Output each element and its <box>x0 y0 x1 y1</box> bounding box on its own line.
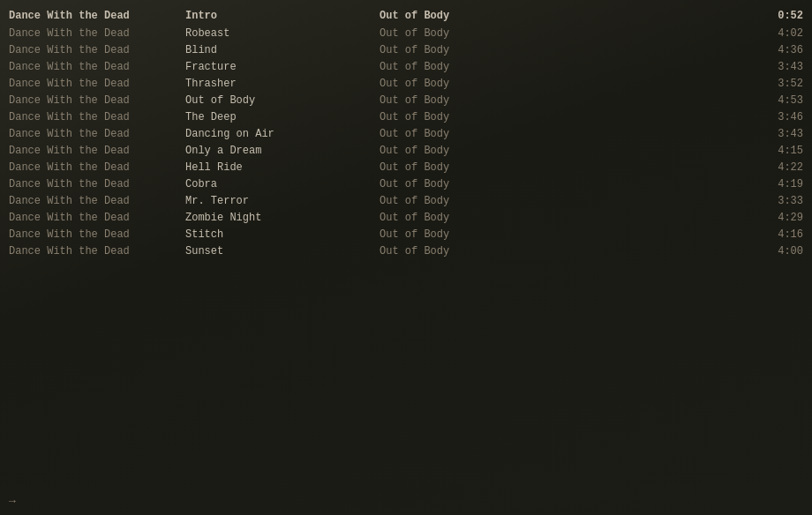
track-title: The Deep <box>185 111 380 123</box>
table-row[interactable]: Dance With the DeadHell RideOut of Body4… <box>0 159 812 175</box>
track-artist: Dance With the Dead <box>9 161 185 174</box>
track-duration: 4:16 <box>574 228 803 241</box>
track-album: Out of Body <box>380 128 574 140</box>
track-title: Out of Body <box>185 94 380 107</box>
track-artist: Dance With the Dead <box>9 27 185 40</box>
track-album: Out of Body <box>380 195 574 207</box>
track-artist: Dance With the Dead <box>9 228 185 241</box>
track-album: Out of Body <box>380 44 574 56</box>
track-duration: 4:19 <box>574 178 803 190</box>
track-duration: 4:22 <box>574 161 803 174</box>
track-list-header: Dance With the Dead Intro Out of Body 0:… <box>0 7 812 24</box>
track-duration: 4:15 <box>574 145 803 157</box>
table-row[interactable]: Dance With the DeadThrasherOut of Body3:… <box>0 75 812 92</box>
track-album: Out of Body <box>380 161 574 174</box>
track-artist: Dance With the Dead <box>9 145 185 157</box>
track-duration: 3:43 <box>574 61 803 73</box>
track-duration: 4:00 <box>574 245 803 258</box>
track-duration: 3:43 <box>574 128 803 140</box>
track-album: Out of Body <box>380 245 574 258</box>
header-duration: 0:52 <box>574 10 803 22</box>
table-row[interactable]: Dance With the DeadDancing on AirOut of … <box>0 125 812 142</box>
table-row[interactable]: Dance With the DeadFractureOut of Body3:… <box>0 58 812 75</box>
track-album: Out of Body <box>380 111 574 123</box>
track-title: Stitch <box>185 228 380 241</box>
track-artist: Dance With the Dead <box>9 128 185 140</box>
track-duration: 4:36 <box>574 44 803 56</box>
track-artist: Dance With the Dead <box>9 44 185 56</box>
track-title: Thrasher <box>185 78 380 90</box>
track-duration: 3:33 <box>574 195 803 207</box>
track-album: Out of Body <box>380 61 574 73</box>
track-artist: Dance With the Dead <box>9 61 185 73</box>
track-artist: Dance With the Dead <box>9 178 185 190</box>
table-row[interactable]: Dance With the DeadCobraOut of Body4:19 <box>0 175 812 192</box>
track-title: Hell Ride <box>185 161 380 174</box>
track-list: Dance With the Dead Intro Out of Body 0:… <box>0 0 812 266</box>
table-row[interactable]: Dance With the DeadOut of BodyOut of Bod… <box>0 92 812 108</box>
track-title: Zombie Night <box>185 212 380 224</box>
track-duration: 3:46 <box>574 111 803 123</box>
track-artist: Dance With the Dead <box>9 94 185 107</box>
track-artist: Dance With the Dead <box>9 111 185 123</box>
table-row[interactable]: Dance With the DeadSunsetOut of Body4:00 <box>0 243 812 259</box>
table-row[interactable]: Dance With the DeadThe DeepOut of Body3:… <box>0 108 812 125</box>
track-album: Out of Body <box>380 212 574 224</box>
track-artist: Dance With the Dead <box>9 195 185 207</box>
track-album: Out of Body <box>380 94 574 107</box>
track-title: Only a Dream <box>185 145 380 157</box>
track-title: Cobra <box>185 178 380 190</box>
bottom-arrow-icon: → <box>9 495 16 508</box>
track-duration: 4:29 <box>574 212 803 224</box>
table-row[interactable]: Dance With the DeadRobeastOut of Body4:0… <box>0 25 812 41</box>
table-row[interactable]: Dance With the DeadZombie NightOut of Bo… <box>0 209 812 226</box>
track-title: Blind <box>185 44 380 56</box>
header-album: Out of Body <box>380 10 574 22</box>
track-album: Out of Body <box>380 27 574 40</box>
track-title: Fracture <box>185 61 380 73</box>
header-title: Intro <box>185 10 380 22</box>
track-duration: 3:52 <box>574 78 803 90</box>
track-duration: 4:53 <box>574 94 803 107</box>
table-row[interactable]: Dance With the DeadOnly a DreamOut of Bo… <box>0 142 812 159</box>
table-row[interactable]: Dance With the DeadBlindOut of Body4:36 <box>0 41 812 58</box>
track-album: Out of Body <box>380 145 574 157</box>
track-duration: 4:02 <box>574 27 803 40</box>
track-album: Out of Body <box>380 78 574 90</box>
track-album: Out of Body <box>380 228 574 241</box>
track-title: Mr. Terror <box>185 195 380 207</box>
header-artist: Dance With the Dead <box>9 10 185 22</box>
track-title: Dancing on Air <box>185 128 380 140</box>
track-artist: Dance With the Dead <box>9 78 185 90</box>
track-artist: Dance With the Dead <box>9 245 185 258</box>
track-title: Robeast <box>185 27 380 40</box>
track-album: Out of Body <box>380 178 574 190</box>
table-row[interactable]: Dance With the DeadMr. TerrorOut of Body… <box>0 192 812 209</box>
table-row[interactable]: Dance With the DeadStitchOut of Body4:16 <box>0 226 812 243</box>
track-artist: Dance With the Dead <box>9 212 185 224</box>
track-title: Sunset <box>185 245 380 258</box>
